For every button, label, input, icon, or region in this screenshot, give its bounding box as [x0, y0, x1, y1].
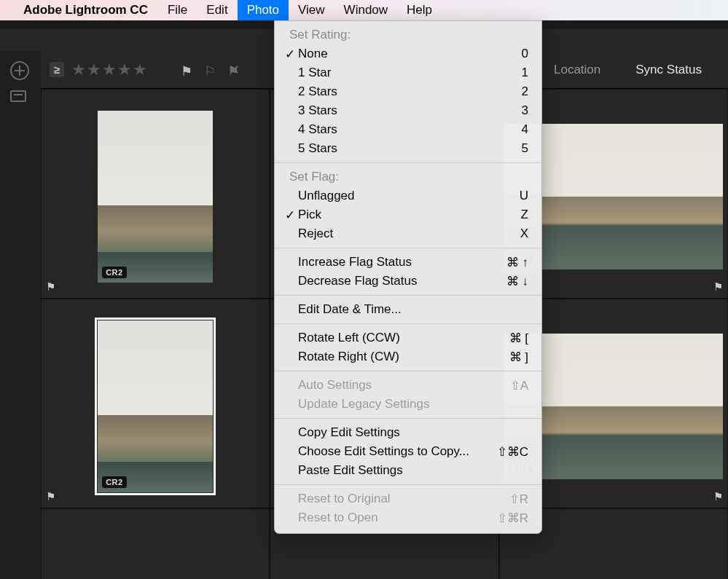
flag-pick-icon[interactable]: ⚑: [181, 63, 197, 76]
menu-item-label: Rotate Left (CCW): [298, 331, 509, 345]
thumbnail[interactable]: CR2: [98, 111, 213, 283]
menu-item[interactable]: Edit Date & Time...: [275, 300, 541, 319]
menu-item-label: Reset to Original: [298, 492, 509, 506]
flag-reject-icon[interactable]: ⚑✕: [227, 63, 243, 76]
rating-filter-mode[interactable]: ≥: [50, 62, 64, 77]
file-type-badge: CR2: [102, 267, 127, 278]
menu-item[interactable]: ✓None0: [275, 44, 541, 63]
menu-item-label: Reset to Open: [298, 511, 497, 525]
menu-item[interactable]: Rotate Left (CCW)⌘ [: [275, 328, 541, 347]
menu-view[interactable]: View: [289, 0, 334, 20]
menu-item[interactable]: 3 Stars3: [275, 101, 541, 120]
menu-photo[interactable]: Photo: [238, 0, 289, 20]
menu-item-shortcut: ⇧⌘C: [497, 444, 528, 460]
menu-item-shortcut: 3: [522, 103, 528, 118]
checkmark-icon: ✓: [282, 47, 298, 62]
menu-window[interactable]: Window: [334, 0, 397, 20]
star-icon[interactable]: ★: [117, 60, 132, 79]
menu-item[interactable]: Copy Edit Settings: [275, 423, 541, 442]
menu-item-shortcut: 4: [522, 122, 528, 137]
menu-item[interactable]: Rotate Right (CW)⌘ ]: [275, 347, 541, 366]
flag-pick-icon: ⚑: [713, 280, 723, 294]
menu-item-label: 3 Stars: [298, 103, 522, 118]
menu-item[interactable]: RejectX: [275, 224, 541, 243]
rating-filter-stars[interactable]: ★ ★ ★ ★ ★: [71, 60, 147, 79]
menu-item-shortcut: U: [520, 189, 528, 203]
menu-item-shortcut: ⇧A: [510, 378, 528, 393]
menu-item-label: Rotate Right (CW): [298, 350, 509, 364]
menu-item-label: Decrease Flag Status: [298, 274, 506, 288]
menu-item: Auto Settings⇧A: [275, 376, 541, 395]
tab-location[interactable]: Location: [536, 63, 618, 77]
star-icon[interactable]: ★: [133, 60, 147, 79]
flag-filter-group: ⚑ ⚐ ⚑✕: [181, 63, 243, 76]
menu-item: Reset to Open⇧⌘R: [275, 508, 541, 527]
menu-item: Reset to Original⇧R: [275, 489, 541, 508]
menu-item-shortcut: X: [520, 227, 528, 241]
menu-item[interactable]: 1 Star1: [275, 63, 541, 82]
menu-item-label: 2 Stars: [298, 84, 522, 99]
menu-item-label: 5 Stars: [298, 141, 522, 156]
menu-item[interactable]: Increase Flag Status⌘ ↑: [275, 253, 541, 272]
star-icon[interactable]: ★: [87, 60, 101, 79]
menu-item[interactable]: Paste Edit Settings: [275, 461, 541, 480]
menu-section-header: Set Flag:: [275, 168, 541, 186]
thumbnail-selected[interactable]: CR2: [98, 320, 213, 492]
mac-menubar: Adobe Lightroom CC File Edit Photo View …: [0, 0, 728, 20]
menu-item-label: Auto Settings: [298, 378, 510, 393]
menu-item-label: Unflagged: [298, 189, 520, 203]
menu-item-shortcut: ⇧R: [509, 492, 528, 507]
menu-item-shortcut: ⌘ ↓: [506, 274, 528, 289]
grid-cell[interactable]: CR2 ⚑: [41, 299, 270, 508]
menu-item[interactable]: 2 Stars2: [275, 82, 541, 101]
menu-item-label: Pick: [298, 208, 521, 222]
star-icon[interactable]: ★: [71, 60, 86, 79]
menu-item-shortcut: 0: [522, 47, 528, 61]
menu-item-shortcut: 5: [522, 141, 528, 156]
star-icon[interactable]: ★: [102, 60, 117, 79]
flag-pick-icon: ⚑: [713, 490, 723, 503]
menu-item-label: Paste Edit Settings: [298, 463, 528, 478]
app-name: Adobe Lightroom CC: [23, 3, 148, 17]
file-type-badge: CR2: [102, 476, 127, 488]
menu-item-label: None: [298, 47, 522, 61]
menu-item-shortcut: ⌘ [: [509, 331, 528, 346]
menu-item[interactable]: Decrease Flag Status⌘ ↓: [275, 272, 541, 291]
menu-item-label: 1 Star: [298, 66, 522, 80]
tab-sync-status[interactable]: Sync Status: [618, 63, 719, 77]
flag-pick-icon: ⚑: [46, 280, 55, 294]
menu-item-shortcut: Z: [521, 208, 528, 222]
grid-cell[interactable]: CR2 ⚑: [41, 89, 270, 299]
menu-item[interactable]: 5 Stars5: [275, 139, 541, 158]
menu-item: Update Legacy Settings: [275, 395, 541, 414]
menu-item-label: Edit Date & Time...: [298, 302, 528, 317]
menu-edit[interactable]: Edit: [197, 0, 237, 20]
menu-item-shortcut: ⌘ ]: [509, 350, 528, 365]
menu-section-header: Set Rating:: [275, 25, 541, 44]
menu-item[interactable]: ✓PickZ: [275, 205, 541, 224]
menu-item-label: 4 Stars: [298, 122, 522, 137]
menu-item[interactable]: UnflaggedU: [275, 186, 541, 205]
flag-unflagged-icon[interactable]: ⚐: [204, 63, 220, 76]
menu-file[interactable]: File: [158, 0, 197, 20]
menu-item-shortcut: ⌘ ↑: [506, 255, 528, 270]
flag-pick-icon: ⚑: [46, 490, 55, 503]
menu-item-label: Update Legacy Settings: [298, 397, 528, 411]
menu-item-shortcut: 2: [522, 84, 528, 99]
menu-item-label: Choose Edit Settings to Copy...: [298, 444, 497, 459]
grid-cell[interactable]: [41, 508, 270, 579]
panels-icon[interactable]: [10, 90, 26, 102]
photo-menu-dropdown: Set Rating:✓None01 Star12 Stars23 Stars3…: [274, 20, 542, 534]
menu-item[interactable]: Choose Edit Settings to Copy...⇧⌘C: [275, 442, 541, 461]
menu-item-shortcut: 1: [522, 66, 528, 80]
menu-help[interactable]: Help: [397, 0, 442, 20]
add-photos-icon[interactable]: [10, 61, 29, 80]
menu-item-shortcut: ⇧⌘R: [497, 511, 528, 526]
menu-item-label: Copy Edit Settings: [298, 425, 528, 440]
menu-item[interactable]: 4 Stars4: [275, 120, 541, 139]
menu-item-label: Increase Flag Status: [298, 255, 506, 269]
checkmark-icon: ✓: [282, 208, 298, 223]
menu-item-label: Reject: [298, 227, 520, 241]
